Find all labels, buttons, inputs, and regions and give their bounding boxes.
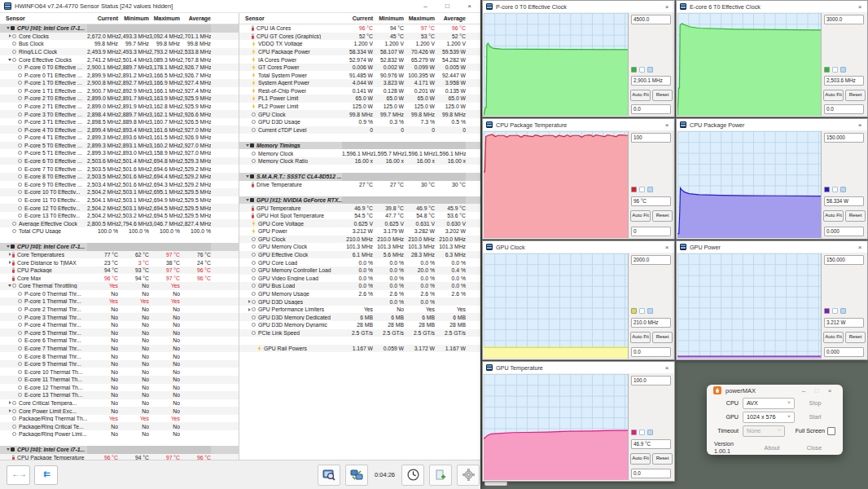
nav-arrows-button[interactable]: ←→ bbox=[7, 465, 30, 485]
sensor-row[interactable]: Core Critical Tempera... No No No bbox=[0, 399, 239, 408]
sensor-row[interactable]: P-core 3 T0 Effective ... 2,898.4 MHz 2,… bbox=[0, 110, 239, 118]
sensor-row[interactable]: P-core 2 Thermal Thr... No No No bbox=[0, 306, 239, 314]
sensor-row[interactable]: P-core 0 T0 Effective ... 2,900.1 MHz 2,… bbox=[0, 64, 239, 72]
sensor-row[interactable]: E-core 8 T0 Effective ... 2,503.5 MHz 2,… bbox=[0, 173, 239, 181]
sensor-row[interactable]: Total CPU Usage 100.0 % 100.0 % 100.0 % … bbox=[0, 227, 239, 236]
graph-min-scale[interactable]: 0.0 bbox=[631, 469, 671, 478]
sensor-row[interactable]: E-core 7 T0 Effective ... 2,503.5 MHz 2,… bbox=[0, 165, 239, 173]
sensor-row[interactable]: CPU Package Power 58.334 W 58.107 W 70.4… bbox=[239, 48, 480, 56]
sensor-row[interactable]: GPU Core Voltage 0.625 V 0.625 V 0.631 V… bbox=[239, 219, 480, 227]
fullscreen-checkbox[interactable] bbox=[827, 427, 835, 435]
sensor-row[interactable]: P-core 5 T1 Effective ... 2,899.3 MHz 2,… bbox=[0, 149, 239, 157]
sensor-row[interactable]: E-core 13 T0 Effectiv... 2,504.2 MHz 2,5… bbox=[0, 212, 239, 220]
graph-min-scale[interactable]: 0.0 bbox=[631, 104, 671, 114]
sensor-row[interactable]: GPU Temperature 46.9 °C 39.8 °C 46.9 °C … bbox=[239, 204, 480, 212]
sensor-row[interactable]: IA Cores Power 52.974 W 52.832 W 65.279 … bbox=[239, 55, 480, 64]
sensor-row[interactable]: GPU [#1]: NVIDIA GeForce RTX... bbox=[239, 196, 480, 205]
auto-fit-button[interactable]: Auto Fit bbox=[823, 332, 844, 343]
sensor-row[interactable]: CPU [#0]: Intel Core i7-1... bbox=[0, 446, 239, 454]
graph-close-button[interactable]: × bbox=[853, 3, 867, 11]
sensor-row[interactable]: P-core 0 T1 Effective ... 2,899.9 MHz 2,… bbox=[0, 71, 239, 79]
sensor-row[interactable]: Drive Temperature 27 °C 27 °C 30 °C 30 °… bbox=[239, 181, 480, 189]
grid-color-swatch[interactable] bbox=[647, 187, 653, 192]
sensor-row[interactable] bbox=[239, 188, 480, 196]
sensor-row[interactable]: Current cTDP Level 0 0 0 0 bbox=[239, 126, 480, 134]
auto-fit-button[interactable]: Auto Fit bbox=[630, 453, 651, 465]
stop-button[interactable]: Stop bbox=[795, 399, 835, 407]
sensor-row[interactable]: Package/Ring Power Limi... No No No bbox=[0, 430, 239, 438]
sensor-row[interactable]: GPU Power 3.212 W 3.179 W 3.282 W 3.202 … bbox=[239, 227, 480, 236]
sensor-row[interactable]: Core Effective Clocks 2,741.2 MHz 2,501.… bbox=[0, 55, 239, 64]
grid-color-swatch[interactable] bbox=[840, 67, 846, 73]
sensor-row[interactable]: PCIe Link Speed 2.5 GT/s 2.5 GT/s 2.5 GT… bbox=[239, 329, 480, 337]
sensor-row[interactable]: CPU [#0]: Intel Core i7-1... bbox=[0, 24, 239, 33]
background-color-swatch[interactable] bbox=[832, 67, 838, 73]
clock-button[interactable] bbox=[401, 465, 424, 486]
sensor-row[interactable] bbox=[0, 438, 239, 447]
sensor-row[interactable]: E-core 9 T0 Effective ... 2,503.4 MHz 2,… bbox=[0, 181, 239, 189]
gpu-test-select[interactable]: 1024 x 576 ˅ bbox=[743, 412, 795, 423]
col-average[interactable]: Average bbox=[435, 15, 466, 21]
sensor-row[interactable]: GPU Bus Load 0.0 % 0.0 % 0.0 % 0.0 % bbox=[239, 282, 480, 290]
reset-button[interactable]: Reset bbox=[845, 90, 866, 101]
sensor-row[interactable] bbox=[239, 134, 480, 142]
graph-title-bar[interactable]: CPU Package Power × bbox=[677, 119, 867, 130]
reset-button[interactable]: Reset bbox=[845, 210, 866, 222]
start-button[interactable]: Start bbox=[795, 413, 835, 421]
sensor-row[interactable]: GPU Effective Clock 6.1 MHz 5.6 MHz 28.3… bbox=[239, 251, 480, 259]
sensor-row[interactable]: System Agent Power 4.044 W 3.823 W 4.171… bbox=[239, 79, 480, 87]
graph-min-scale[interactable]: 0.000 bbox=[824, 347, 864, 357]
graph-max-scale[interactable]: 150.000 bbox=[824, 255, 864, 265]
maximize-button[interactable]: □ bbox=[436, 0, 458, 12]
grid-color-swatch[interactable] bbox=[840, 308, 846, 314]
sensor-row[interactable]: S.M.A.R.T.: SSSTC CL4-8D512 ... bbox=[239, 173, 480, 181]
auto-fit-button[interactable]: Auto Fit bbox=[630, 332, 651, 343]
graph-max-scale[interactable]: 3000.0 bbox=[824, 15, 864, 24]
settings-button[interactable] bbox=[457, 465, 480, 486]
sensor-row[interactable]: Average Effective Clock 2,800.5 MHz 2,79… bbox=[0, 219, 239, 227]
powermax-close-button[interactable]: × bbox=[823, 387, 836, 394]
background-color-swatch[interactable] bbox=[639, 308, 645, 314]
col-current[interactable]: Current bbox=[87, 15, 118, 21]
sensor-row[interactable]: P-core 0 Thermal Thr... No No No bbox=[0, 290, 239, 298]
sensor-row[interactable]: Package/Ring Thermal Th... Yes Yes Yes bbox=[0, 415, 239, 423]
sensor-row[interactable]: E-core 12 Thermal Th... No No No bbox=[0, 384, 239, 392]
graph-title-bar[interactable]: GPU Power × bbox=[677, 241, 867, 253]
background-color-swatch[interactable] bbox=[639, 430, 645, 435]
sensor-row[interactable]: E-core 11 Thermal Th... No No No bbox=[0, 376, 239, 384]
reset-button[interactable]: Reset bbox=[845, 332, 866, 343]
report-button[interactable] bbox=[429, 465, 452, 486]
sensor-row[interactable]: Memory Clock Ratio 16.00 x 16.00 x 16.00… bbox=[239, 157, 480, 165]
col-sensor[interactable]: Sensor bbox=[0, 15, 87, 21]
sensor-row[interactable]: GPU Clock 210.0 MHz 210.0 MHz 210.0 MHz … bbox=[239, 236, 480, 244]
remote-monitoring-button[interactable] bbox=[345, 465, 368, 486]
sensor-row[interactable]: Core Power Limit Exc... No No No bbox=[0, 407, 239, 415]
graph-max-scale[interactable]: 4500.0 bbox=[631, 15, 671, 24]
sensor-row[interactable]: E-core 6 Thermal Thr... No No No bbox=[0, 337, 239, 345]
sensor-row[interactable]: CPU Package 94 °C 93 °C 97 °C 96 °C bbox=[0, 267, 239, 275]
sensor-row[interactable]: P-core 1 T1 Effective ... 2,900.7 MHz 2,… bbox=[0, 87, 239, 95]
grid-color-swatch[interactable] bbox=[647, 308, 653, 314]
sensor-row[interactable]: GPU Rail Powers 1.167 W 0.059 W 3.172 W … bbox=[239, 345, 480, 353]
col-maximum[interactable]: Maximum bbox=[149, 15, 180, 21]
sensor-row[interactable]: P-core 5 Thermal Thr... No No No bbox=[0, 328, 239, 337]
sensor-row[interactable]: P-core 4 T0 Effective ... 2,899.4 MHz 2,… bbox=[0, 126, 239, 134]
graph-close-button[interactable]: × bbox=[660, 244, 674, 251]
series-color-swatch[interactable] bbox=[631, 187, 637, 192]
sensor-row[interactable]: CPU [#0]: Intel Core i7-1... bbox=[0, 243, 239, 251]
graph-min-scale[interactable]: 0 bbox=[631, 227, 671, 236]
col-minimum[interactable]: Minimum bbox=[373, 15, 404, 21]
graph-close-button[interactable]: × bbox=[853, 121, 867, 129]
grid-color-swatch[interactable] bbox=[647, 67, 653, 73]
graph-max-scale[interactable]: 150.000 bbox=[824, 133, 864, 143]
column-header-row[interactable]: Sensor Current Minimum Maximum Average bbox=[0, 13, 239, 24]
col-maximum[interactable]: Maximum bbox=[404, 15, 435, 21]
sensor-row[interactable] bbox=[239, 165, 480, 173]
sensor-row[interactable]: E-core 10 T0 Effectiv... 2,504.2 MHz 2,5… bbox=[0, 188, 239, 196]
graph-title-bar[interactable]: E-core 6 T0 Effective Clock × bbox=[677, 1, 867, 12]
sensor-row[interactable]: Core Thermal Throttling Yes No Yes bbox=[0, 282, 239, 290]
powermax-title-bar[interactable]: powerMAX – □ × bbox=[707, 385, 843, 396]
series-color-swatch[interactable] bbox=[631, 67, 637, 73]
sensor-row[interactable] bbox=[239, 337, 480, 345]
col-average[interactable]: Average bbox=[180, 15, 211, 21]
